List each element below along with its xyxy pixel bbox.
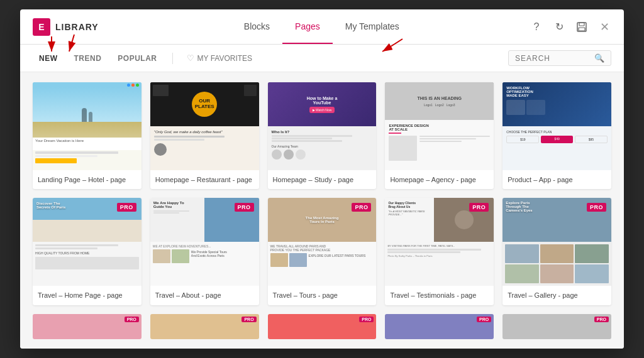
template-thumb-travel-home: Discover TheSecrets Of Paris HIGH QUALIT… [33,198,142,286]
partial-row: PRO PRO PRO PRO PRO [33,314,611,339]
template-label-study: Homepage – Study - page [268,170,377,189]
filter-trend[interactable]: TREND [68,52,108,65]
template-label-restaurant: Homepage – Restaurant - page [150,170,259,189]
filter-popular[interactable]: POPULAR [111,52,163,65]
tab-my-templates[interactable]: My Templates [333,9,412,44]
template-grid-row1: Your Dream Vacation is Here Landing Page… [33,82,611,189]
thumb-inner-hotel: Your Dream Vacation is Here [33,82,142,170]
search-input[interactable] [515,54,591,63]
template-thumb-travel-about: We Are Happy ToGuide You WE AT EXPLORE N… [150,198,259,286]
template-label-product: Product – App - page [502,170,611,189]
template-thumb-product: WORKFLOWOPTIMIZATIONMADE EASY CHOOSE THE… [502,82,611,170]
header-actions: ? ↻ ✕ [530,20,611,34]
svg-rect-2 [579,28,585,31]
template-thumb-hotel: Your Dream Vacation is Here [33,82,142,170]
partial-card-4[interactable]: PRO [385,314,494,339]
tab-pages[interactable]: Pages [282,9,333,44]
template-thumb-restaurant: OURPLATES "Only God, we make a daily cof… [150,82,259,170]
partial-card-1[interactable]: PRO [33,314,142,339]
header-tabs: Blocks Pages My Templates [114,9,530,44]
library-modal: E LIBRARY Blocks Pages My Templates ? ↻ [20,9,624,349]
template-card-travel-gallery[interactable]: Explore ParisThrough TheCamera's Eyes [502,198,611,305]
filter-tabs: NEW TREND POPULAR ♡ MY FAVORITES [33,51,257,65]
library-title: LIBRARY [55,22,99,32]
pro-badge-travel-gallery: PRO [587,203,606,212]
search-area[interactable]: 🔍 [508,50,611,66]
save-icon[interactable] [575,20,589,34]
template-label-travel-home: Travel – Home Page - page [33,286,142,305]
template-label-travel-tours: Travel – Tours - page [268,286,377,305]
template-card-study[interactable]: How to Make aYouTube ▶ Watch Now Who Is … [268,82,377,189]
pro-badge-travel-testimonials: PRO [469,203,489,212]
pro-badge-travel-home: PRO [117,203,136,212]
thumb-inner-product: WORKFLOWOPTIMIZATIONMADE EASY CHOOSE THE… [502,82,611,170]
template-card-travel-tours[interactable]: The Most AmazingTours In Paris WE TRAVEL… [268,198,377,305]
template-thumb-agency: THIS IS AN HEADING Logo1 Logo2 Logo3 EX [385,82,494,170]
template-card-restaurant[interactable]: OURPLATES "Only God, we make a daily cof… [150,82,259,189]
template-label-hotel: Landing Page – Hotel - page [33,170,142,189]
content-area[interactable]: Your Dream Vacation is Here Landing Page… [20,72,624,349]
filter-new[interactable]: NEW [33,52,64,65]
template-thumb-travel-tours: The Most AmazingTours In Paris WE TRAVEL… [268,198,377,286]
template-card-agency[interactable]: THIS IS AN HEADING Logo1 Logo2 Logo3 EX [385,82,494,189]
partial-card-2[interactable]: PRO [150,314,259,339]
template-card-product[interactable]: WORKFLOWOPTIMIZATIONMADE EASY CHOOSE THE… [502,82,611,189]
close-button[interactable]: ✕ [597,20,611,34]
template-card-hotel[interactable]: Your Dream Vacation is Here Landing Page… [33,82,142,189]
filter-divider [172,53,173,64]
template-card-travel-about[interactable]: We Are Happy ToGuide You WE AT EXPLORE N… [150,198,259,305]
template-grid-row2: Discover TheSecrets Of Paris HIGH QUALIT… [33,198,611,305]
template-label-travel-gallery: Travel – Gallery - page [502,286,611,305]
modal-header: E LIBRARY Blocks Pages My Templates ? ↻ [20,9,624,45]
pro-badge-travel-about: PRO [235,203,254,212]
thumb-inner-agency: THIS IS AN HEADING Logo1 Logo2 Logo3 EX [385,82,494,170]
template-card-travel-home[interactable]: Discover TheSecrets Of Paris HIGH QUALIT… [33,198,142,305]
elementor-logo-icon: E [33,18,50,36]
tab-blocks[interactable]: Blocks [231,9,282,44]
partial-card-5[interactable]: PRO [502,314,611,339]
filter-bar: NEW TREND POPULAR ♡ MY FAVORITES 🔍 [20,45,624,72]
template-label-travel-testimonials: Travel – Testimonials - page [385,286,494,305]
filter-favorites[interactable]: ♡ MY FAVORITES [182,51,258,65]
help-icon[interactable]: ? [530,20,543,34]
refresh-icon[interactable]: ↻ [552,20,566,34]
template-label-agency: Homepage – Agency - page [385,170,494,189]
partial-card-3[interactable]: PRO [268,314,377,339]
template-card-travel-testimonials[interactable]: Our Happy ClientsBrag About Us "It's A M… [385,198,494,305]
template-thumb-study: How to Make aYouTube ▶ Watch Now Who Is … [268,82,377,170]
template-label-travel-about: Travel – About - page [150,286,259,305]
library-logo: E LIBRARY [33,18,99,36]
pro-badge-travel-tours: PRO [352,203,371,212]
modal-overlay: E LIBRARY Blocks Pages My Templates ? ↻ [0,0,644,358]
heart-icon: ♡ [187,53,194,63]
search-icon: 🔍 [594,53,604,63]
thumb-inner-study: How to Make aYouTube ▶ Watch Now Who Is … [268,82,377,170]
template-thumb-travel-gallery: Explore ParisThrough TheCamera's Eyes [502,198,611,286]
thumb-inner-restaurant: OURPLATES "Only God, we make a daily cof… [150,82,259,170]
template-thumb-travel-testimonials: Our Happy ClientsBrag About Us "It's A M… [385,198,494,286]
